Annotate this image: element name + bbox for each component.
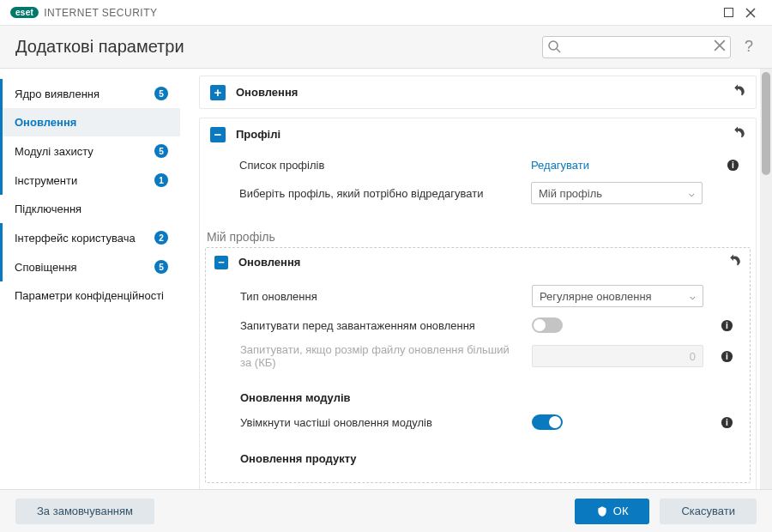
profile-list-label: Список профілів: [239, 159, 522, 172]
titlebar: eset INTERNET SECURITY: [0, 0, 772, 26]
sidebar-badge: 2: [154, 231, 168, 245]
help-button[interactable]: ?: [741, 38, 757, 56]
panel-title: Профілі: [236, 128, 720, 141]
sidebar-item-update[interactable]: Оновлення: [0, 108, 180, 136]
app-logo: eset INTERNET SECURITY: [10, 7, 158, 19]
brand-badge: eset: [10, 7, 39, 18]
svg-text:i: i: [732, 160, 734, 170]
sidebar-item-privacy[interactable]: Параметри конфіденційності: [0, 281, 180, 310]
svg-text:i: i: [726, 352, 728, 361]
product-update-heading: Оновлення продукту: [240, 452, 739, 465]
sidebar-badge: 5: [154, 87, 168, 100]
close-icon: [745, 8, 756, 18]
shield-icon: [596, 505, 608, 517]
maximize-icon: [724, 8, 733, 17]
ask-before-download-toggle[interactable]: [532, 317, 563, 333]
svg-point-3: [549, 41, 558, 50]
chevron-down-icon: ⌵: [690, 291, 696, 302]
undo-button[interactable]: [730, 125, 745, 143]
sidebar-item-label: Інструменти: [15, 174, 149, 187]
maximize-button[interactable]: [717, 2, 739, 24]
update-type-label: Тип оновлення: [240, 290, 523, 303]
close-button[interactable]: [739, 2, 762, 24]
ask-before-download-label: Запитувати перед завантаженням оновлення: [240, 319, 523, 332]
undo-button[interactable]: [726, 253, 741, 271]
sidebar-badge: 1: [154, 173, 168, 187]
info-button[interactable]: i: [721, 350, 739, 363]
undo-button[interactable]: [730, 83, 745, 101]
info-icon: i: [721, 319, 733, 332]
svg-rect-0: [724, 9, 733, 17]
undo-icon: [730, 125, 745, 141]
panel-title: Оновлення: [236, 86, 720, 99]
ask-size-label: Запитувати, якщо розмір файлу оновлення …: [240, 343, 523, 369]
select-profile-label: Виберіть профіль, який потрібно відредаг…: [239, 187, 522, 200]
profile-select[interactable]: Мій профіль ⌵: [531, 182, 703, 204]
profile-select-value: Мій профіль: [539, 187, 602, 200]
expand-icon[interactable]: +: [210, 85, 226, 100]
sidebar-item-protection-modules[interactable]: Модулі захисту 5: [0, 136, 180, 166]
sidebar-badge: 5: [154, 260, 168, 274]
panel-update: + Оновлення: [199, 76, 757, 109]
current-profile-label: Мій профіль: [196, 230, 756, 244]
page-title: Додаткові параметри: [15, 37, 184, 57]
sidebar-item-label: Підключення: [15, 203, 168, 215]
panel-title: Оновлення: [238, 256, 715, 269]
ask-size-input: 0: [532, 345, 703, 367]
header: Додаткові параметри ?: [0, 26, 772, 69]
info-button[interactable]: i: [721, 416, 739, 429]
panel-profiles: − Профілі Список профілів Редагувати i: [199, 118, 757, 489]
search-input[interactable]: [542, 36, 731, 58]
ok-button[interactable]: ОК: [575, 499, 650, 524]
frequent-updates-toggle[interactable]: [532, 414, 563, 430]
clear-search-icon[interactable]: [714, 39, 726, 54]
search-icon: [547, 39, 561, 56]
sidebar-item-label: Сповіщення: [15, 261, 149, 274]
panel-nested-update: − Оновлення Тип оновлення Регулярне онов…: [205, 247, 751, 483]
scrollbar-thumb[interactable]: [762, 72, 770, 175]
sidebar-item-tools[interactable]: Інструменти 1: [0, 166, 180, 195]
sidebar-item-detection-engine[interactable]: Ядро виявлення 5: [0, 79, 180, 108]
product-name: INTERNET SECURITY: [44, 7, 157, 19]
sidebar-item-label: Оновлення: [15, 116, 168, 129]
search-box: [542, 36, 731, 58]
frequent-updates-label: Увімкнути частіші оновлення модулів: [240, 416, 523, 429]
sidebar-item-label: Параметри конфіденційності: [15, 289, 168, 302]
update-type-value: Регулярне оновлення: [540, 290, 652, 303]
edit-profiles-link[interactable]: Редагувати: [531, 159, 589, 172]
content-area: + Оновлення − Профілі: [180, 69, 760, 489]
sidebar-item-connection[interactable]: Підключення: [0, 195, 180, 223]
info-icon: i: [721, 350, 733, 363]
undo-icon: [726, 253, 741, 269]
default-button[interactable]: За замовчуванням: [15, 499, 154, 524]
chevron-down-icon: ⌵: [689, 188, 695, 199]
undo-icon: [730, 83, 745, 99]
sidebar-item-ui[interactable]: Інтерфейс користувача 2: [0, 223, 180, 252]
info-button[interactable]: i: [721, 319, 739, 332]
sidebar-item-notifications[interactable]: Сповіщення 5: [0, 252, 180, 281]
info-icon: i: [721, 416, 733, 429]
footer: За замовчуванням ОК Скасувати: [0, 489, 772, 532]
sidebar-badge: 5: [154, 144, 168, 158]
svg-line-4: [557, 49, 560, 52]
sidebar: Ядро виявлення 5 Оновлення Модулі захист…: [0, 69, 180, 489]
update-type-select[interactable]: Регулярне оновлення ⌵: [532, 285, 703, 307]
info-icon: i: [727, 159, 739, 172]
collapse-icon[interactable]: −: [210, 127, 226, 142]
cancel-button[interactable]: Скасувати: [660, 499, 757, 524]
sidebar-item-label: Ядро виявлення: [15, 88, 149, 100]
info-button[interactable]: i: [727, 159, 745, 172]
svg-text:i: i: [726, 418, 728, 427]
vertical-scrollbar[interactable]: [760, 69, 772, 489]
collapse-icon[interactable]: −: [214, 256, 228, 269]
sidebar-item-label: Інтерфейс користувача: [15, 232, 149, 245]
svg-text:i: i: [726, 321, 728, 330]
modules-update-heading: Оновлення модулів: [240, 391, 739, 404]
sidebar-item-label: Модулі захисту: [15, 145, 149, 158]
